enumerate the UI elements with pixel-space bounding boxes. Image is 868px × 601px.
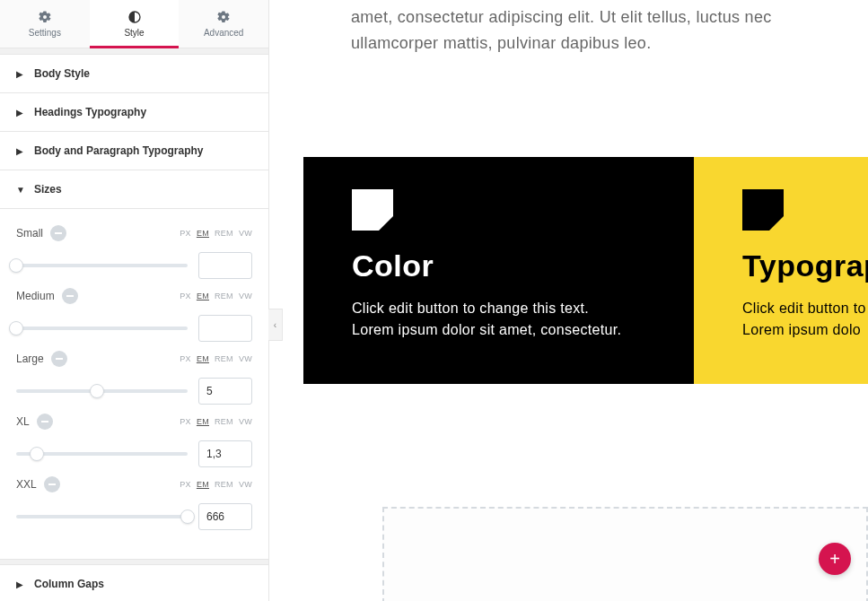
unit-rem[interactable]: REM — [215, 480, 233, 489]
note-icon — [742, 189, 784, 231]
add-section-dropzone[interactable] — [382, 507, 868, 601]
responsive-badge-icon[interactable] — [51, 351, 67, 367]
caret-right-icon: ▶ — [16, 69, 25, 79]
section-separator — [0, 559, 268, 565]
caret-right-icon: ▶ — [16, 146, 25, 156]
unit-em[interactable]: EM — [197, 229, 209, 238]
unit-vw[interactable]: VW — [239, 480, 252, 489]
slider-label: Medium — [16, 290, 55, 302]
unit-px[interactable]: PX — [180, 480, 191, 489]
section-body-style[interactable]: ▶ Body Style — [0, 55, 268, 93]
slider-value-input[interactable] — [198, 252, 252, 279]
section-title: Headings Typography — [34, 106, 146, 118]
section-column-gaps[interactable]: ▶ Column Gaps — [0, 565, 268, 601]
card-text: Click edit button to change this text. L… — [352, 298, 645, 341]
add-element-button[interactable]: + — [819, 543, 851, 575]
caret-right-icon: ▶ — [16, 579, 25, 589]
card-color[interactable]: Color Click edit button to change this t… — [303, 157, 694, 384]
unit-vw[interactable]: VW — [239, 354, 252, 363]
section-title: Column Gaps — [34, 578, 104, 590]
card-title: Typograp — [742, 248, 868, 283]
tab-label: Style — [124, 28, 144, 38]
gear-icon — [38, 10, 52, 24]
slider-large: LargePXEMREMVW — [16, 351, 252, 405]
slider-track[interactable] — [16, 452, 188, 456]
unit-vw[interactable]: VW — [239, 292, 252, 300]
slider-thumb[interactable] — [9, 258, 23, 273]
tabs-bar: Settings Style Advanced — [0, 0, 268, 48]
slider-thumb[interactable] — [9, 321, 23, 335]
slider-thumb[interactable] — [180, 510, 195, 524]
slider-track[interactable] — [16, 389, 188, 393]
tab-style[interactable]: Style — [90, 0, 180, 48]
section-title: Body Style — [34, 67, 90, 80]
tab-label: Settings — [29, 28, 61, 38]
tab-advanced[interactable]: Advanced — [179, 0, 268, 48]
slider-track[interactable] — [16, 327, 188, 330]
preview-canvas: amet, consectetur adipiscing elit. Ut el… — [284, 0, 868, 601]
collapse-sidebar-button[interactable]: ‹ — [268, 309, 283, 341]
slider-label: XL — [16, 415, 30, 428]
caret-down-icon: ▼ — [16, 185, 25, 195]
card-text: Click edit button to Lorem ipsum dolo — [742, 298, 868, 341]
slider-small: SmallPXEMREMVW — [16, 225, 252, 279]
slider-thumb[interactable] — [90, 384, 104, 398]
slider-value-input[interactable] — [198, 440, 252, 467]
unit-px[interactable]: PX — [180, 417, 191, 426]
cards-row: Color Click edit button to change this t… — [303, 157, 868, 384]
unit-rem[interactable]: REM — [215, 354, 233, 363]
section-body-paragraph-typography[interactable]: ▶ Body and Paragraph Typography — [0, 132, 268, 170]
responsive-badge-icon[interactable] — [50, 225, 66, 241]
responsive-badge-icon[interactable] — [62, 288, 78, 304]
gear-icon — [216, 10, 231, 24]
card-typography[interactable]: Typograp Click edit button to Lorem ipsu… — [694, 157, 868, 384]
tab-settings[interactable]: Settings — [0, 0, 90, 48]
unit-em[interactable]: EM — [197, 480, 209, 489]
unit-vw[interactable]: VW — [239, 229, 252, 238]
unit-em[interactable]: EM — [197, 354, 209, 363]
slider-track[interactable] — [16, 515, 188, 518]
slider-label: Small — [16, 227, 43, 240]
unit-rem[interactable]: REM — [215, 229, 233, 238]
slider-medium: MediumPXEMREMVW — [16, 288, 252, 342]
slider-value-input[interactable] — [198, 378, 252, 405]
card-title: Color — [352, 248, 645, 283]
slider-value-input[interactable] — [198, 503, 252, 530]
slider-thumb[interactable] — [30, 447, 44, 461]
section-separator — [0, 48, 268, 55]
unit-rem[interactable]: REM — [215, 292, 233, 300]
unit-px[interactable]: PX — [180, 292, 191, 300]
slider-xxl: XXLPXEMREMVW — [16, 476, 252, 530]
note-icon — [352, 189, 393, 231]
unit-px[interactable]: PX — [180, 354, 191, 363]
settings-sidebar: Settings Style Advanced ▶ Body Style ▶ H… — [0, 0, 269, 601]
slider-xl: XLPXEMREMVW — [16, 414, 252, 467]
unit-vw[interactable]: VW — [239, 417, 252, 426]
slider-label: Large — [16, 353, 44, 365]
sizes-panel: SmallPXEMREMVWMediumPXEMREMVWLargePXEMRE… — [0, 209, 268, 548]
section-sizes[interactable]: ▼ Sizes — [0, 170, 268, 209]
tab-label: Advanced — [204, 28, 243, 38]
responsive-badge-icon[interactable] — [37, 414, 53, 430]
plus-icon: + — [829, 549, 840, 570]
section-headings-typography[interactable]: ▶ Headings Typography — [0, 93, 268, 132]
chevron-left-icon: ‹ — [274, 320, 276, 330]
unit-rem[interactable]: REM — [215, 417, 233, 426]
unit-em[interactable]: EM — [197, 417, 209, 426]
caret-right-icon: ▶ — [16, 108, 25, 118]
section-title: Body and Paragraph Typography — [34, 144, 203, 157]
slider-label: XXL — [16, 478, 37, 491]
responsive-badge-icon[interactable] — [44, 476, 60, 492]
unit-em[interactable]: EM — [197, 292, 209, 300]
section-title: Sizes — [34, 183, 62, 196]
contrast-icon — [127, 10, 142, 24]
slider-track[interactable] — [16, 264, 188, 267]
intro-paragraph[interactable]: amet, consectetur adipiscing elit. Ut el… — [351, 4, 859, 57]
unit-px[interactable]: PX — [180, 229, 191, 238]
slider-value-input[interactable] — [198, 315, 252, 342]
